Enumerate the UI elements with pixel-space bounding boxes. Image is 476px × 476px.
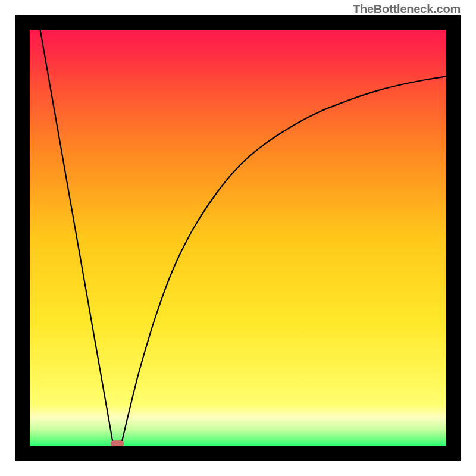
chart-stage: TheBottleneck.com	[0, 0, 476, 476]
min-marker	[111, 440, 124, 446]
marker-group	[111, 440, 124, 446]
chart-background	[30, 30, 446, 446]
plot-area	[30, 30, 446, 446]
attribution-label: TheBottleneck.com	[353, 2, 461, 16]
chart-svg	[30, 30, 446, 446]
